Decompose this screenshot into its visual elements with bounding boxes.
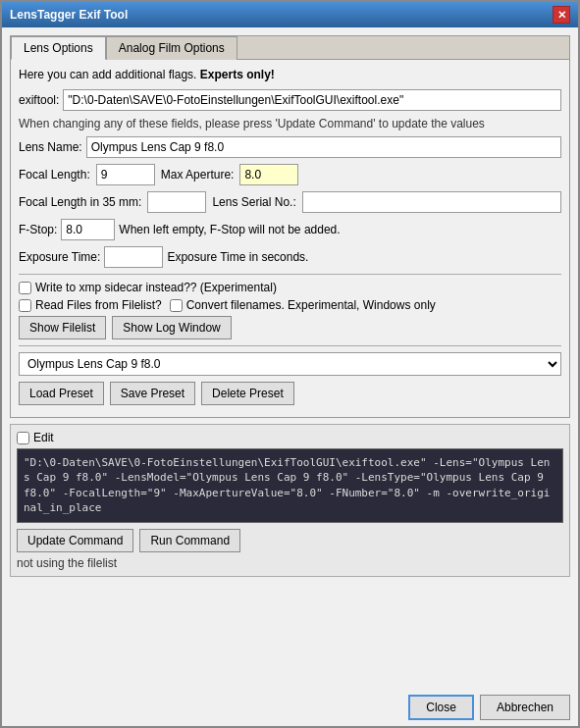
separator-1 [19,274,561,275]
focal-35-label: Focal Length in 35 mm: [19,195,141,209]
delete-preset-button[interactable]: Delete Preset [201,382,294,405]
write-xmp-checkbox[interactable] [19,282,31,294]
fstop-row: F-Stop: When left empty, F-Stop will not… [19,219,561,240]
window-content: Lens Options Analog Film Options Here yo… [2,27,578,689]
show-log-button[interactable]: Show Log Window [112,316,231,339]
separator-2 [19,345,561,346]
exiftool-row: exiftool: [19,89,561,111]
read-files-row: Read Files from Filelist? Convert filena… [19,298,561,312]
title-bar: LensTagger Exif Tool ✕ [2,2,578,27]
preset-dropdown-row: Olympus Lens Cap 9 f8.0 [19,352,561,376]
focal-35-input[interactable] [147,191,206,213]
read-files-checkbox[interactable] [19,299,31,312]
lens-options-content: Here you can add additional flags. Exper… [11,60,569,417]
read-files-label: Read Files from Filelist? [35,298,162,312]
lens-name-label: Lens Name: [19,140,82,154]
update-command-button[interactable]: Update Command [17,529,133,552]
tab-bar: Lens Options Analog Film Options [11,36,569,60]
description-text: When changing any of these fields, pleas… [19,117,561,130]
status-text: not using the filelist [17,556,563,570]
window-title: LensTagger Exif Tool [10,8,128,22]
command-display: "D:\0-Daten\SAVE\0-FotoEinstellungen\Exi… [17,448,563,523]
exiftool-input[interactable] [63,89,561,111]
exposure-label: Exposure Time: [19,250,100,264]
abbrechen-button[interactable]: Abbrechen [480,695,570,720]
fstop-input[interactable] [61,219,115,240]
fstop-note: When left empty, F-Stop will not be adde… [119,223,340,236]
main-window: LensTagger Exif Tool ✕ Lens Options Anal… [0,0,580,728]
bottom-section: Edit "D:\0-Daten\SAVE\0-FotoEinstellunge… [10,424,570,577]
fstop-label: F-Stop: [19,223,57,236]
footer-buttons: Close Abbrechen [2,689,578,726]
write-xmp-row: Write to xmp sidecar instead?? (Experime… [19,281,561,294]
edit-checkbox[interactable] [17,432,29,444]
focal-max-aperture-row: Focal Length: Max Aperture: [19,164,561,185]
window-close-button[interactable]: ✕ [553,6,570,24]
focal-length-input[interactable] [96,164,155,185]
command-button-row: Update Command Run Command [17,529,563,552]
convert-filenames-checkbox[interactable] [170,299,183,312]
exposure-row: Exposure Time: Exposure Time in seconds. [19,246,561,268]
edit-row: Edit [17,431,563,444]
lens-name-input[interactable] [86,136,561,158]
exposure-input[interactable] [104,246,163,268]
filelist-log-row: Show Filelist Show Log Window [19,316,561,339]
tab-analog-film-options[interactable]: Analog Film Options [106,36,237,60]
load-preset-button[interactable]: Load Preset [19,382,104,405]
tab-lens-options[interactable]: Lens Options [11,36,106,60]
lens-name-row: Lens Name: [19,136,561,158]
run-command-button[interactable]: Run Command [139,529,240,552]
exiftool-label: exiftool: [19,93,59,107]
exposure-note: Exposure Time in seconds. [167,250,308,264]
lens-serial-label: Lens Serial No.: [212,195,295,209]
preset-dropdown[interactable]: Olympus Lens Cap 9 f8.0 [19,352,561,376]
max-aperture-label: Max Aperture: [161,168,235,182]
close-button[interactable]: Close [408,695,474,720]
save-preset-button[interactable]: Save Preset [110,382,195,405]
info-text: Here you can add additional flags. Exper… [19,68,561,81]
show-filelist-button[interactable]: Show Filelist [19,316,106,339]
convert-filenames-label: Convert filenames. Experimental, Windows… [186,298,436,312]
preset-buttons-row: Load Preset Save Preset Delete Preset [19,382,561,405]
lens-serial-input[interactable] [302,191,561,213]
focal35-serial-row: Focal Length in 35 mm: Lens Serial No.: [19,191,561,213]
max-aperture-input[interactable] [239,164,298,185]
focal-length-label: Focal Length: [19,168,90,182]
tab-panel: Lens Options Analog Film Options Here yo… [10,35,570,418]
edit-label: Edit [33,431,54,444]
write-xmp-label: Write to xmp sidecar instead?? (Experime… [35,281,277,294]
